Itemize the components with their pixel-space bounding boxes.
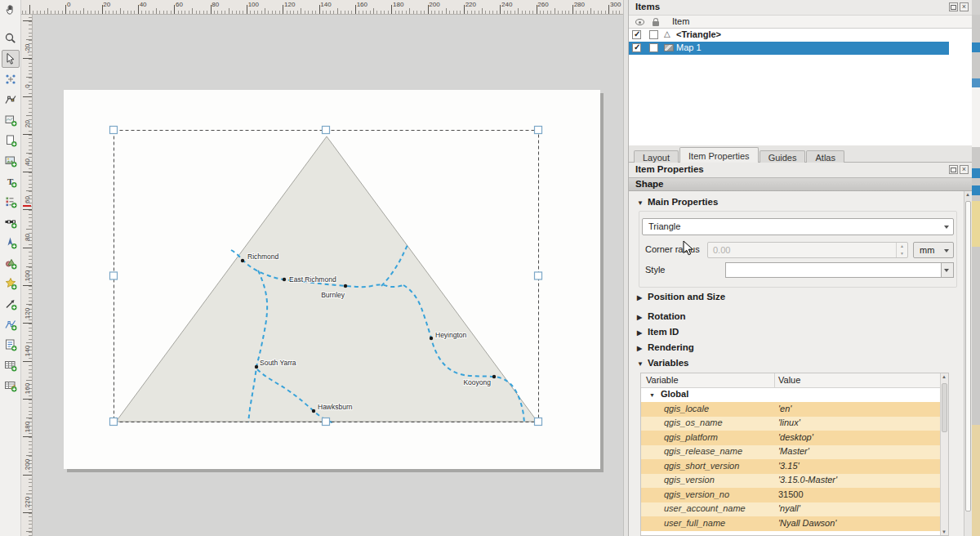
add-picture-tool-button[interactable] — [2, 152, 20, 170]
selection-handle[interactable] — [110, 272, 118, 279]
add-label-tool-button[interactable]: T — [2, 172, 20, 190]
variable-row[interactable]: qgis_release_name'Master' — [641, 445, 940, 460]
variable-row[interactable]: qgis_version'3.15.0-Master' — [641, 474, 940, 489]
dock-tabbar: LayoutItem PropertiesGuidesAtlas — [629, 145, 972, 163]
layout-canvas[interactable]: RichmondEast RichmondBurnleyHeyingtonSou… — [33, 15, 623, 536]
layout-toolbar: T — [0, 0, 21, 536]
selection-handle[interactable] — [535, 272, 542, 279]
scrollbar-thumb[interactable] — [965, 201, 971, 511]
variable-row[interactable]: user_full_name'Nyall Dawson' — [641, 516, 940, 531]
lock-checkbox[interactable] — [649, 30, 658, 39]
chevron-down-icon — [944, 249, 949, 252]
items-row-1[interactable]: △<Triangle> — [629, 29, 949, 42]
add-html-tool-button[interactable] — [2, 336, 20, 354]
items-row-2[interactable]: Map 1 — [629, 42, 949, 55]
variables-scrollbar[interactable]: ▲ ▼ — [940, 373, 948, 535]
item-properties-float-icon[interactable] — [949, 165, 958, 174]
spinner-arrows-icon[interactable]: ▲▼ — [896, 243, 907, 257]
section-toggle-item-id[interactable]: ▶Item ID — [637, 327, 679, 337]
ruler-tick-label: 100 — [248, 1, 259, 8]
variable-value: '3.15' — [778, 461, 800, 471]
ruler-tick-label: 80 — [212, 1, 219, 8]
variable-name: qgis_locale — [664, 404, 709, 413]
add-attribute-table-tool-button[interactable] — [2, 356, 20, 374]
item-properties-scrollbar[interactable]: ▲ — [964, 191, 972, 536]
shape-section-header: Shape — [629, 177, 972, 191]
selection-handle[interactable] — [323, 418, 330, 426]
scroll-up-icon[interactable]: ▲ — [965, 192, 970, 197]
zoom-tool-button[interactable] — [2, 29, 20, 47]
variable-row[interactable]: qgis_platform'desktop' — [641, 431, 940, 445]
shape-type-dropdown[interactable]: Triangle — [642, 218, 954, 235]
edit-nodes-icon — [4, 93, 17, 106]
dock-splitter[interactable] — [623, 0, 629, 536]
pan-tool-button[interactable] — [2, 1, 20, 19]
variable-row[interactable]: qgis_os_name'linux' — [641, 417, 940, 431]
cropped-panel-fragment — [972, 168, 980, 178]
ruler-tick-label: 0 — [24, 78, 31, 95]
corner-radius-unit-dropdown[interactable]: mm — [913, 242, 954, 258]
layout-page-view[interactable]: RichmondEast RichmondBurnleyHeyingtonSou… — [33, 15, 623, 536]
add-north-arrow-tool-button[interactable] — [2, 234, 20, 252]
style-preview-button[interactable] — [725, 262, 942, 278]
section-toggle-variables[interactable]: ▼Variables — [637, 358, 689, 368]
style-dropdown-icon[interactable] — [942, 262, 954, 278]
ruler-tick-label: 40 — [24, 154, 31, 170]
variable-row[interactable]: user_account_name'nyall' — [641, 502, 940, 517]
select-items-tool-button[interactable] — [2, 50, 20, 68]
add-marker-icon — [4, 277, 17, 290]
item-properties-title: Item Properties — [635, 164, 704, 174]
add-scalebar-tool-button[interactable] — [2, 213, 20, 231]
ruler-tick-label: 160 — [357, 1, 368, 8]
add-legend-tool-button[interactable] — [2, 193, 20, 211]
chevron-right-icon: ▶ — [637, 329, 648, 337]
item-properties-close-icon[interactable]: × — [960, 165, 969, 174]
visibility-checkbox[interactable] — [632, 30, 641, 39]
selection-handle[interactable] — [535, 127, 542, 134]
add-map-tool-button[interactable] — [2, 111, 20, 129]
add-node-item-tool-button[interactable] — [2, 315, 20, 333]
selection-handle[interactable] — [323, 127, 330, 134]
add-html-icon — [4, 338, 17, 351]
lock-checkbox[interactable] — [649, 43, 658, 52]
section-toggle-position-and-size[interactable]: ▶Position and Size — [637, 292, 725, 302]
section-toggle-rotation[interactable]: ▶Rotation — [637, 311, 686, 321]
variable-row[interactable]: qgis_short_version'3.15' — [641, 459, 940, 474]
pan-icon — [4, 3, 17, 16]
add-page-tool-button[interactable] — [2, 132, 20, 150]
items-panel-close-icon[interactable]: × — [960, 2, 969, 11]
item-column-header: Item — [672, 16, 689, 26]
selection-handle[interactable] — [535, 418, 542, 426]
add-arrow-tool-button[interactable] — [2, 295, 20, 313]
variables-group-row[interactable]: ▼ Global — [641, 388, 940, 402]
corner-radius-spinbox[interactable]: 0.00 ▲▼ — [707, 242, 908, 258]
ruler-tick-label: 280 — [574, 1, 585, 8]
visibility-checkbox[interactable] — [632, 43, 641, 52]
tab-item-properties[interactable]: Item Properties — [679, 147, 759, 163]
scroll-up-icon[interactable]: ▲ — [942, 374, 947, 379]
ruler-tick-label: 60 — [176, 1, 183, 8]
chevron-down-icon: ▼ — [637, 360, 648, 368]
variables-table[interactable]: Variable Value ▼ Global qgis_locale'en'q… — [640, 373, 949, 536]
scroll-down-icon[interactable]: ▼ — [942, 529, 947, 534]
station-point — [492, 375, 496, 378]
add-fixed-table-tool-button[interactable] — [2, 377, 20, 395]
add-shape-icon — [4, 257, 17, 270]
section-toggle-rendering[interactable]: ▶Rendering — [637, 342, 694, 352]
variable-name: qgis_version — [664, 475, 715, 485]
ruler-tick-label: 120 — [24, 305, 31, 321]
variable-row[interactable]: qgis_locale'en' — [641, 402, 940, 417]
add-shape-tool-button[interactable] — [2, 254, 20, 272]
station-point — [312, 409, 315, 413]
selection-handle[interactable] — [110, 418, 118, 426]
selection-handle[interactable] — [110, 127, 118, 134]
station-label: Hawksburn — [318, 403, 353, 411]
chevron-right-icon: ▶ — [637, 314, 648, 321]
add-marker-tool-button[interactable] — [2, 275, 20, 293]
edit-nodes-tool-button[interactable] — [2, 91, 20, 109]
main-properties-section-toggle[interactable]: ▼Main Properties — [637, 197, 718, 207]
scrollbar-thumb[interactable] — [942, 383, 947, 432]
items-panel-float-icon[interactable] — [949, 2, 958, 11]
variable-row[interactable]: qgis_version_no31500 — [641, 488, 940, 502]
move-item-content-tool-button[interactable] — [2, 70, 20, 88]
